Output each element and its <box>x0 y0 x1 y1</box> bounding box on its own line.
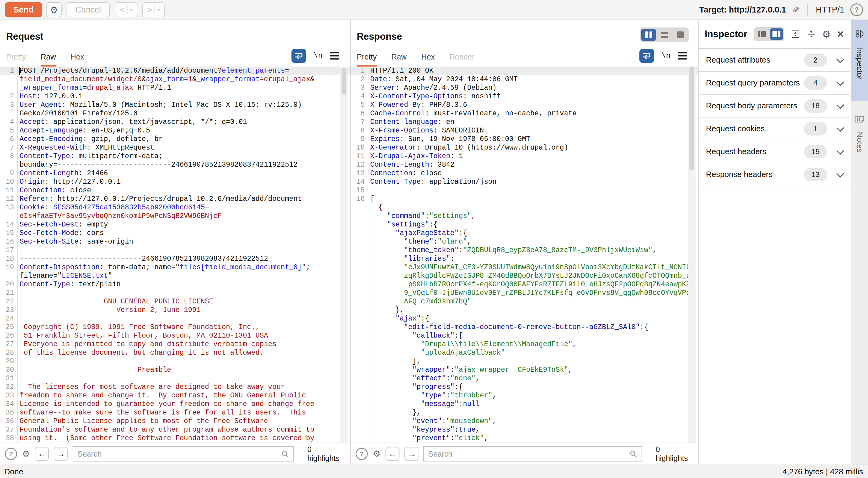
soft-wrap-toggle-button[interactable] <box>640 49 654 63</box>
search-help-icon[interactable]: ? <box>355 448 368 460</box>
collapse-all-icon[interactable] <box>806 29 816 39</box>
layout-columns-button[interactable] <box>641 29 656 41</box>
response-highlights-count: 0 highlights <box>656 445 693 463</box>
request-panel-title: Request <box>6 31 43 42</box>
inspector-close-icon[interactable]: × <box>837 28 844 40</box>
right-sidebar: Inspector Notes <box>851 20 868 465</box>
request-editor[interactable]: 1POST /Projects/drupal-10.2.6/media/add/… <box>0 66 350 445</box>
line-number: 14 <box>0 220 17 229</box>
target-url-label: Target: http://127.0.0.1 <box>699 5 786 14</box>
search-previous-button[interactable]: ← <box>35 447 49 461</box>
search-settings-gear-icon[interactable]: ⚙ <box>22 449 30 459</box>
response-scrollbar[interactable] <box>688 66 695 444</box>
line-number <box>0 212 17 220</box>
line-number: 12 <box>0 195 17 203</box>
back-request-button[interactable]: < ▾ <box>115 2 137 18</box>
line-number: 16 <box>351 195 368 203</box>
soft-wrap-toggle-button[interactable] <box>291 49 306 63</box>
inspector-section-request-body-parameters[interactable]: Request body parameters18 <box>699 95 850 118</box>
editor-menu-icon[interactable] <box>330 52 339 60</box>
inspector-section-request-cookies[interactable]: Request cookies1 <box>699 118 850 141</box>
inspector-section-label: Request headers <box>706 147 766 156</box>
line-number: 27 <box>0 340 17 349</box>
inspector-settings-gear-icon[interactable]: ⚙ <box>822 29 831 40</box>
line-number <box>351 272 368 280</box>
editor-menu-icon[interactable] <box>678 52 687 60</box>
edit-target-pencil-icon[interactable]: ✎ <box>792 5 799 15</box>
search-settings-gear-icon[interactable]: ⚙ <box>373 449 380 459</box>
chevron-down-icon <box>836 124 844 131</box>
response-search-input[interactable]: Search <box>423 446 642 461</box>
search-next-button[interactable]: → <box>54 447 68 461</box>
send-button[interactable]: Send <box>5 2 42 18</box>
request-scrollbar[interactable] <box>340 66 348 444</box>
line-number: 11 <box>0 186 17 195</box>
line-number: 37 <box>0 425 17 434</box>
search-previous-button[interactable]: ← <box>385 447 400 461</box>
panel-divider[interactable] <box>698 20 699 465</box>
line-number: 30 <box>0 366 17 374</box>
expand-all-icon[interactable] <box>790 29 800 39</box>
dock-left-button[interactable] <box>755 28 769 40</box>
tab-raw[interactable]: Raw <box>391 53 406 66</box>
editor-line: 17 <box>0 246 350 255</box>
tab-hex[interactable]: Hex <box>421 53 435 66</box>
chevron-down-icon <box>836 170 844 177</box>
search-help-icon[interactable]: ? <box>5 448 17 460</box>
response-editor[interactable]: 1HTTP/1.1 200 OK2Date: Sat, 04 May 2024 … <box>351 66 698 445</box>
request-scrollbar-thumb[interactable] <box>342 68 346 95</box>
layout-toggle-group <box>640 27 689 42</box>
cancel-button[interactable]: Cancel <box>66 2 110 18</box>
line-number: 1 <box>0 66 17 75</box>
tab-hex[interactable]: Hex <box>70 53 84 66</box>
line-number: 22 <box>0 297 17 306</box>
sidebar-tab-inspector[interactable]: Inspector <box>851 20 868 101</box>
inspector-section-request-attributes[interactable]: Request attributes2 <box>699 49 850 72</box>
editor-line: ], <box>351 357 698 366</box>
inspector-section-request-headers[interactable]: Request headers15 <box>699 141 850 163</box>
tab-pretty[interactable]: Pretty <box>6 53 26 66</box>
line-number: 10 <box>0 178 17 186</box>
line-number: 12 <box>351 160 368 169</box>
editor-line: 12Content-Length: 3842 <box>351 160 698 169</box>
response-panel-title: Response <box>357 31 402 42</box>
forward-request-button[interactable]: > ▾ <box>142 2 165 18</box>
line-number <box>351 383 368 391</box>
editor-line: AFQ_c7md3shm7bQ" <box>351 297 698 306</box>
editor-line: 8Content-Type: multipart/form-data; <box>0 152 350 160</box>
editor-line: 13Cookie: SESS05d4275ca1538832b5ab92000b… <box>0 203 350 212</box>
editor-line: 27 Everyone is permitted to copy and dis… <box>0 340 350 349</box>
tab-raw[interactable]: Raw <box>40 53 56 66</box>
sidebar-tab-notes[interactable]: Notes <box>851 101 868 153</box>
line-number: 34 <box>0 400 17 409</box>
inspector-section-response-headers[interactable]: Response headers13 <box>699 163 850 186</box>
tab-pretty[interactable]: Pretty <box>357 53 377 66</box>
tab-render[interactable]: Render <box>450 53 474 66</box>
help-icon[interactable]: ? <box>850 3 863 16</box>
show-newlines-toggle[interactable]: \n <box>313 52 322 60</box>
request-search-input[interactable]: Search <box>73 446 294 461</box>
response-scrollbar-thumb[interactable] <box>689 66 694 170</box>
line-number: 5 <box>351 101 368 109</box>
inspector-section-label: Request attributes <box>706 55 770 65</box>
layout-rows-button[interactable] <box>657 29 672 41</box>
inspector-section-request-query-parameters[interactable]: Request query parameters4 <box>699 72 850 95</box>
show-newlines-toggle[interactable]: \n <box>661 52 671 60</box>
editor-line: "message":null <box>351 400 698 409</box>
status-bar: Done 4,276 bytes | 428 millis <box>0 465 868 478</box>
send-settings-gear-icon[interactable]: ⚙ <box>46 2 62 18</box>
layout-single-button[interactable] <box>673 29 688 41</box>
rows-layout-icon <box>661 32 668 38</box>
dock-right-button[interactable] <box>770 28 783 40</box>
editor-line: "Drupal\\file\\Element\\ManagedFile", <box>351 340 698 349</box>
editor-line: 9_VQqLf0-JjUEwn8U1ov0EY_rZPBLJ1Yc7KLFsfq… <box>351 289 698 297</box>
http-version-label[interactable]: HTTP/1 <box>816 5 844 14</box>
line-number: 5 <box>0 126 17 135</box>
search-next-button[interactable]: → <box>404 447 418 461</box>
editor-line: _wrapper_format=drupal_ajax HTTP/1.1 <box>0 84 350 92</box>
panel-divider[interactable] <box>350 20 351 465</box>
line-number: 19 <box>0 263 17 272</box>
inspector-header: Inspector ⚙ × <box>699 20 850 49</box>
line-number <box>351 331 368 340</box>
editor-line: 2Host: 127.0.0.1 <box>0 92 350 101</box>
